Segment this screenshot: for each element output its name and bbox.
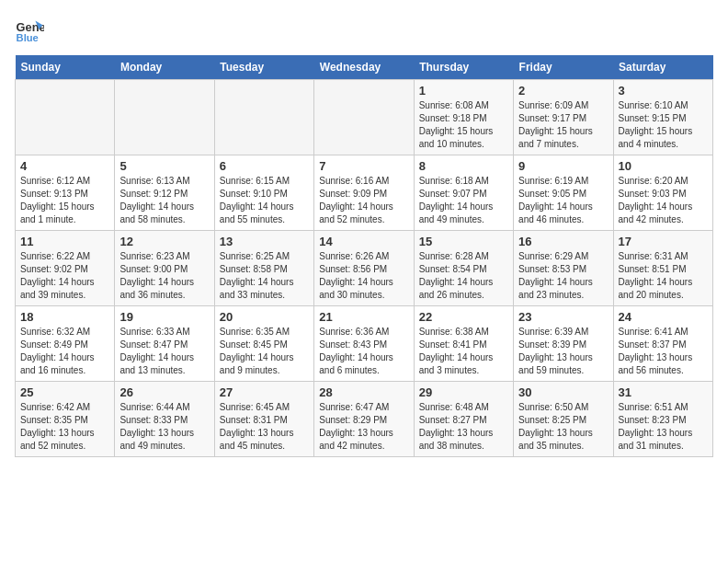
day-cell: 2Sunrise: 6:09 AM Sunset: 9:17 PM Daylig… (514, 80, 613, 155)
calendar-table: SundayMondayTuesdayWednesdayThursdayFrid… (15, 55, 713, 457)
day-info: Sunrise: 6:22 AM Sunset: 9:02 PM Dayligh… (20, 250, 109, 302)
day-number: 25 (20, 385, 109, 399)
day-info: Sunrise: 6:12 AM Sunset: 9:13 PM Dayligh… (20, 175, 109, 226)
day-number: 31 (619, 385, 708, 399)
day-number: 12 (119, 235, 209, 248)
week-row-1: 1Sunrise: 6:08 AM Sunset: 9:18 PM Daylig… (16, 80, 713, 155)
header-day-friday: Friday (514, 55, 613, 80)
day-number: 7 (319, 159, 408, 173)
day-info: Sunrise: 6:47 AM Sunset: 8:29 PM Dayligh… (319, 401, 408, 453)
calendar-body: 1Sunrise: 6:08 AM Sunset: 9:18 PM Daylig… (16, 80, 713, 457)
day-number: 2 (518, 84, 608, 98)
day-cell: 10Sunrise: 6:20 AM Sunset: 9:03 PM Dayli… (613, 155, 712, 231)
calendar-header: SundayMondayTuesdayWednesdayThursdayFrid… (16, 55, 713, 80)
header-day-sunday: Sunday (16, 55, 115, 80)
svg-text:Blue: Blue (17, 32, 39, 43)
header-day-wednesday: Wednesday (314, 55, 414, 80)
day-number: 20 (220, 310, 309, 324)
day-number: 30 (518, 385, 608, 399)
day-number: 10 (619, 159, 708, 173)
logo-icon: General Blue (15, 15, 44, 44)
day-cell: 20Sunrise: 6:35 AM Sunset: 8:45 PM Dayli… (214, 306, 313, 382)
day-number: 16 (518, 235, 608, 248)
day-cell: 30Sunrise: 6:50 AM Sunset: 8:25 PM Dayli… (514, 382, 613, 457)
day-number: 23 (518, 310, 608, 324)
day-number: 5 (119, 159, 209, 173)
day-cell: 15Sunrise: 6:28 AM Sunset: 8:54 PM Dayli… (414, 231, 513, 306)
day-info: Sunrise: 6:28 AM Sunset: 8:54 PM Dayligh… (419, 250, 508, 302)
day-info: Sunrise: 6:48 AM Sunset: 8:27 PM Dayligh… (419, 401, 508, 453)
header-day-tuesday: Tuesday (214, 55, 313, 80)
day-cell (214, 80, 313, 155)
week-row-3: 11Sunrise: 6:22 AM Sunset: 9:02 PM Dayli… (16, 231, 713, 306)
day-number: 4 (20, 159, 109, 173)
day-number: 22 (419, 310, 508, 324)
header-day-thursday: Thursday (414, 55, 513, 80)
day-cell: 16Sunrise: 6:29 AM Sunset: 8:53 PM Dayli… (514, 231, 613, 306)
day-cell: 17Sunrise: 6:31 AM Sunset: 8:51 PM Dayli… (613, 231, 712, 306)
day-info: Sunrise: 6:18 AM Sunset: 9:07 PM Dayligh… (419, 175, 508, 226)
day-number: 19 (119, 310, 209, 324)
day-cell: 27Sunrise: 6:45 AM Sunset: 8:31 PM Dayli… (214, 382, 313, 457)
day-info: Sunrise: 6:42 AM Sunset: 8:35 PM Dayligh… (20, 401, 109, 453)
header-day-saturday: Saturday (613, 55, 712, 80)
day-cell: 12Sunrise: 6:23 AM Sunset: 9:00 PM Dayli… (115, 231, 214, 306)
day-number: 8 (419, 159, 508, 173)
day-number: 29 (419, 385, 508, 399)
day-number: 1 (419, 84, 508, 98)
day-cell: 14Sunrise: 6:26 AM Sunset: 8:56 PM Dayli… (314, 231, 414, 306)
day-info: Sunrise: 6:44 AM Sunset: 8:33 PM Dayligh… (119, 401, 209, 453)
day-cell (16, 80, 115, 155)
day-number: 13 (220, 235, 309, 248)
day-info: Sunrise: 6:09 AM Sunset: 9:17 PM Dayligh… (518, 99, 608, 151)
day-cell: 18Sunrise: 6:32 AM Sunset: 8:49 PM Dayli… (16, 306, 115, 382)
day-cell: 5Sunrise: 6:13 AM Sunset: 9:12 PM Daylig… (115, 155, 214, 231)
day-cell: 6Sunrise: 6:15 AM Sunset: 9:10 PM Daylig… (214, 155, 313, 231)
week-row-4: 18Sunrise: 6:32 AM Sunset: 8:49 PM Dayli… (16, 306, 713, 382)
day-cell: 24Sunrise: 6:41 AM Sunset: 8:37 PM Dayli… (613, 306, 712, 382)
day-cell: 1Sunrise: 6:08 AM Sunset: 9:18 PM Daylig… (414, 80, 513, 155)
day-info: Sunrise: 6:08 AM Sunset: 9:18 PM Dayligh… (419, 99, 508, 151)
day-cell: 7Sunrise: 6:16 AM Sunset: 9:09 PM Daylig… (314, 155, 414, 231)
header-day-monday: Monday (115, 55, 214, 80)
day-info: Sunrise: 6:35 AM Sunset: 8:45 PM Dayligh… (220, 326, 309, 377)
day-cell: 9Sunrise: 6:19 AM Sunset: 9:05 PM Daylig… (514, 155, 613, 231)
day-cell: 13Sunrise: 6:25 AM Sunset: 8:58 PM Dayli… (214, 231, 313, 306)
logo: General Blue (15, 15, 48, 44)
day-cell: 19Sunrise: 6:33 AM Sunset: 8:47 PM Dayli… (115, 306, 214, 382)
day-cell (115, 80, 214, 155)
day-info: Sunrise: 6:33 AM Sunset: 8:47 PM Dayligh… (119, 326, 209, 377)
day-number: 18 (20, 310, 109, 324)
day-cell: 26Sunrise: 6:44 AM Sunset: 8:33 PM Dayli… (115, 382, 214, 457)
day-number: 27 (220, 385, 309, 399)
day-number: 3 (619, 84, 708, 98)
day-number: 6 (220, 159, 309, 173)
day-cell: 8Sunrise: 6:18 AM Sunset: 9:07 PM Daylig… (414, 155, 513, 231)
day-number: 21 (319, 310, 408, 324)
day-number: 14 (319, 235, 408, 248)
day-number: 17 (619, 235, 708, 248)
day-info: Sunrise: 6:36 AM Sunset: 8:43 PM Dayligh… (319, 326, 408, 377)
day-info: Sunrise: 6:50 AM Sunset: 8:25 PM Dayligh… (518, 401, 608, 453)
day-cell: 29Sunrise: 6:48 AM Sunset: 8:27 PM Dayli… (414, 382, 513, 457)
header-row: SundayMondayTuesdayWednesdayThursdayFrid… (16, 55, 713, 80)
day-info: Sunrise: 6:26 AM Sunset: 8:56 PM Dayligh… (319, 250, 408, 302)
day-number: 24 (619, 310, 708, 324)
day-info: Sunrise: 6:38 AM Sunset: 8:41 PM Dayligh… (419, 326, 508, 377)
header: General Blue (15, 15, 713, 44)
day-info: Sunrise: 6:41 AM Sunset: 8:37 PM Dayligh… (619, 326, 708, 377)
day-number: 15 (419, 235, 508, 248)
day-info: Sunrise: 6:25 AM Sunset: 8:58 PM Dayligh… (220, 250, 309, 302)
day-cell: 11Sunrise: 6:22 AM Sunset: 9:02 PM Dayli… (16, 231, 115, 306)
day-info: Sunrise: 6:51 AM Sunset: 8:23 PM Dayligh… (619, 401, 708, 453)
day-cell: 31Sunrise: 6:51 AM Sunset: 8:23 PM Dayli… (613, 382, 712, 457)
day-cell: 4Sunrise: 6:12 AM Sunset: 9:13 PM Daylig… (16, 155, 115, 231)
day-cell: 23Sunrise: 6:39 AM Sunset: 8:39 PM Dayli… (514, 306, 613, 382)
day-info: Sunrise: 6:29 AM Sunset: 8:53 PM Dayligh… (518, 250, 608, 302)
day-info: Sunrise: 6:23 AM Sunset: 9:00 PM Dayligh… (119, 250, 209, 302)
day-cell: 3Sunrise: 6:10 AM Sunset: 9:15 PM Daylig… (613, 80, 712, 155)
day-cell: 22Sunrise: 6:38 AM Sunset: 8:41 PM Dayli… (414, 306, 513, 382)
day-info: Sunrise: 6:32 AM Sunset: 8:49 PM Dayligh… (20, 326, 109, 377)
week-row-2: 4Sunrise: 6:12 AM Sunset: 9:13 PM Daylig… (16, 155, 713, 231)
day-cell (314, 80, 414, 155)
